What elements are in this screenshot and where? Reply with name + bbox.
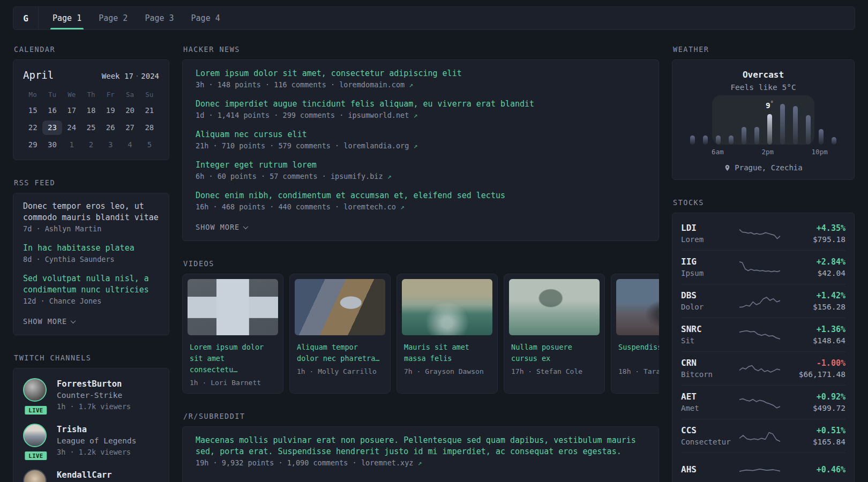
- weather-bars: [686, 99, 840, 145]
- stock-sparkline: [739, 461, 780, 478]
- hn-domain-link[interactable]: loremtech.co: [343, 202, 396, 211]
- twitch-section: TWITCH CHANNELS LIVE ForrestBurton Count…: [13, 353, 169, 482]
- twitch-channel-info: ForrestBurton Counter-Strike 1h · 1.7k v…: [57, 378, 131, 412]
- twitch-avatar-wrap: LIVE: [23, 424, 49, 457]
- hn-show-more-button[interactable]: SHOW MORE: [196, 223, 248, 231]
- weather-bar: [806, 115, 811, 145]
- weather-hour-label: [799, 148, 811, 156]
- stock-name: Lorem: [681, 234, 734, 245]
- stock-ticker: CCS: [681, 425, 734, 436]
- video-meta: 1h · Molly Carrillo: [295, 367, 385, 375]
- stock-values: +1.42% $156.28: [785, 290, 845, 312]
- app-logo[interactable]: G: [13, 7, 39, 29]
- stock-name: Bitcorn: [681, 369, 734, 380]
- tab-page-4[interactable]: Page 4: [189, 7, 222, 29]
- video-card[interactable]: Suspendisse diam 18h · Tara: [611, 274, 659, 394]
- video-title[interactable]: Lorem ipsum dolor sit amet consectetu…: [188, 342, 278, 375]
- tab-page-1[interactable]: Page 1: [50, 7, 84, 29]
- hn-item-link[interactable]: Donec imperdiet augue tincidunt felis al…: [196, 99, 646, 110]
- weather-hour-label: 6am: [712, 148, 724, 156]
- stock-row[interactable]: CRN Bitcorn -1.00% $66,171.48: [681, 351, 845, 385]
- video-meta: 1h · Lori Barnett: [188, 379, 278, 387]
- tab-page-2[interactable]: Page 2: [96, 7, 130, 29]
- hn-item-meta: 21h · 710 points · 579 comments · loreml…: [196, 140, 646, 152]
- weekday-label: Fr: [101, 89, 120, 101]
- right-column: WEATHER Overcast Feels like 5°C 9° 6am2p…: [672, 45, 855, 482]
- video-card[interactable]: Aliquam tempor dolor nec pharetra… 1h · …: [289, 274, 391, 394]
- stock-values: +0.92% $499.72: [785, 391, 845, 413]
- hn-item-link[interactable]: Aliquam nec cursus elit: [196, 129, 646, 140]
- stock-change: +0.46%: [785, 464, 845, 476]
- rss-item-link[interactable]: Sed volutpat nulla nisl, a condimentum n…: [23, 273, 159, 296]
- videos-row: Lorem ipsum dolor sit amet consectetu… 1…: [182, 274, 659, 394]
- weather-bar: [703, 135, 708, 145]
- calendar-day: 15: [23, 103, 42, 118]
- calendar-day-next-month: 2: [81, 138, 101, 152]
- weather-bar: [819, 129, 824, 145]
- rss-section-label: RSS FEED: [14, 178, 169, 187]
- stock-name: Sit: [681, 335, 734, 346]
- stock-row[interactable]: AHS +0.46%: [681, 453, 845, 482]
- twitch-widget: LIVE ForrestBurton Counter-Strike 1h · 1…: [13, 368, 169, 482]
- video-thumbnail: [188, 279, 278, 335]
- avatar: [23, 378, 47, 402]
- weather-bar-current: [767, 114, 772, 145]
- video-card[interactable]: Mauris sit amet massa felis 7h · Grayson…: [396, 274, 498, 394]
- stock-sparkline: [739, 360, 780, 377]
- twitch-section-label: TWITCH CHANNELS: [14, 353, 169, 362]
- external-link-icon: ↗: [400, 203, 405, 211]
- weather-section: WEATHER Overcast Feels like 5°C 9° 6am2p…: [672, 45, 855, 180]
- video-thumbnail: [402, 279, 492, 335]
- reddit-post-meta: 19h · 9,932 points · 1,090 comments · lo…: [196, 457, 646, 469]
- video-title[interactable]: Mauris sit amet massa felis: [402, 342, 492, 364]
- hn-meta-text: 3h · 148 points · 116 comments ·: [196, 80, 335, 89]
- calendar-day: 19: [101, 103, 120, 118]
- hn-domain-link[interactable]: ipsumify.biz: [331, 172, 383, 180]
- hn-domain-link[interactable]: loremlandia.org: [343, 141, 409, 150]
- rss-widget: Donec tempor eros leo, ut commodo mauris…: [13, 193, 169, 335]
- hn-item-link[interactable]: Donec enim nibh, condimentum et accumsan…: [196, 190, 646, 201]
- video-card[interactable]: Nullam posuere cursus ex 17h · Stefan Co…: [504, 274, 605, 394]
- channel-name: KendallCarr: [57, 469, 112, 481]
- twitch-channel-row[interactable]: LIVE ForrestBurton Counter-Strike 1h · 1…: [23, 378, 159, 412]
- stock-sparkline: [739, 394, 780, 411]
- tab-page-3[interactable]: Page 3: [143, 7, 176, 29]
- stock-ticker: AHS: [681, 464, 734, 476]
- rss-item-link[interactable]: Donec tempor eros leo, ut commodo mauris…: [23, 201, 159, 223]
- channel-name: Trisha: [57, 424, 136, 435]
- hn-domain-link[interactable]: loremdomain.com: [339, 80, 405, 89]
- reddit-domain-link[interactable]: loremnet.xyz: [361, 458, 414, 467]
- stock-sparkline: [739, 326, 780, 343]
- calendar-separator: ·: [133, 72, 141, 80]
- video-meta: 18h · Tara: [616, 367, 659, 375]
- stock-row[interactable]: CCS Consectetur +0.51% $165.84: [681, 419, 845, 453]
- videos-section: VIDEOS Lorem ipsum dolor sit amet consec…: [182, 259, 659, 394]
- stock-row[interactable]: IIG Ipsum +2.84% $42.04: [681, 250, 845, 284]
- twitch-channel-row[interactable]: LIVE Trisha League of Legends 3h · 1.2k …: [23, 424, 159, 457]
- page-tabs: Page 1 Page 2 Page 3 Page 4: [39, 7, 235, 29]
- rss-item-link[interactable]: In hac habitasse platea: [23, 243, 159, 254]
- calendar-grid: Mo Tu We Th Fr Sa Su 15 16 17 18 19 20 2…: [23, 89, 159, 152]
- reddit-meta-text: 19h · 9,932 points · 1,090 comments ·: [196, 458, 357, 467]
- stock-row[interactable]: DBS Dolor +1.42% $156.28: [681, 284, 845, 318]
- hn-domain-link[interactable]: ipsumworld.net: [348, 111, 409, 119]
- stocks-section-label: STOCKS: [673, 198, 855, 207]
- stock-name: Consectetur: [681, 436, 734, 447]
- rss-show-more-button[interactable]: SHOW MORE: [23, 317, 75, 326]
- weather-hour-labels: 6am2pm10pm: [686, 148, 840, 156]
- reddit-post-link[interactable]: Maecenas mollis pulvinar erat non posuer…: [196, 435, 646, 457]
- stock-price: $148.64: [785, 335, 845, 346]
- video-card[interactable]: Lorem ipsum dolor sit amet consectetu… 1…: [182, 274, 283, 394]
- video-title[interactable]: Suspendisse diam: [616, 342, 659, 364]
- hn-item-link[interactable]: Integer eget rutrum lorem: [196, 160, 646, 171]
- stock-row[interactable]: SNRC Sit +1.36% $148.64: [681, 318, 845, 351]
- stock-id: SNRC Sit: [681, 323, 734, 346]
- video-title[interactable]: Nullam posuere cursus ex: [509, 342, 600, 364]
- stock-row[interactable]: LDI Lorem +4.35% $795.18: [681, 216, 845, 250]
- weather-bar: [832, 137, 836, 145]
- hn-item-link[interactable]: Lorem ipsum dolor sit amet, consectetur …: [196, 68, 646, 79]
- twitch-channel-row[interactable]: KendallCarr: [23, 469, 159, 482]
- rss-show-more-label: SHOW MORE: [23, 317, 67, 326]
- video-title[interactable]: Aliquam tempor dolor nec pharetra…: [295, 342, 385, 364]
- stock-row[interactable]: AET Amet +0.92% $499.72: [681, 385, 845, 419]
